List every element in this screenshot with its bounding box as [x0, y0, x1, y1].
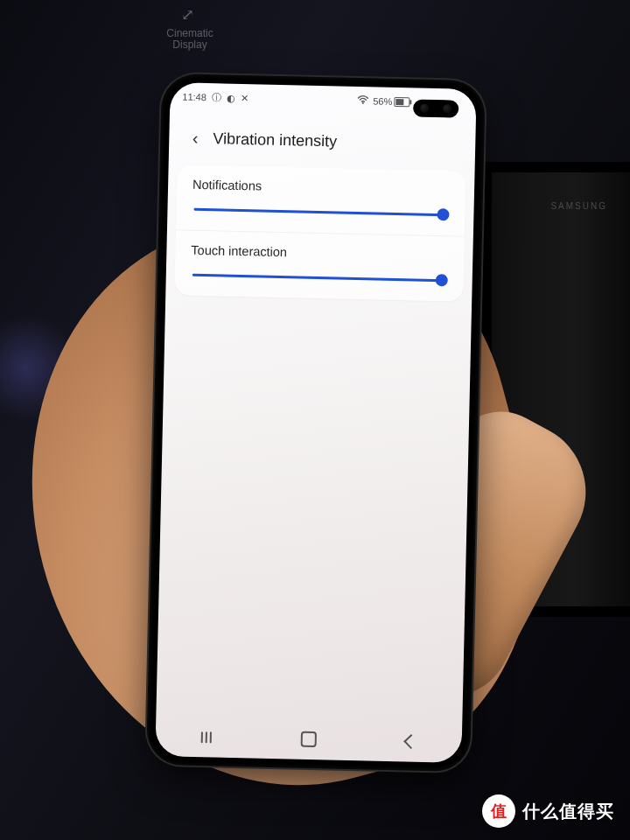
page-header: ‹ Vibration intensity — [169, 117, 476, 164]
setting-label: Notifications — [192, 178, 450, 198]
tablet-logo: SAMSUNG — [550, 201, 607, 211]
touch-interaction-slider[interactable] — [191, 268, 448, 288]
battery-indicator: 56% — [373, 95, 410, 107]
booth-sign-line2: Display — [172, 38, 206, 51]
status-info-icon: ⓘ — [212, 91, 221, 104]
booth-sign-line1: Cinematic — [166, 27, 213, 39]
page-title: Vibration intensity — [213, 130, 337, 150]
status-sync-icon: ◐ — [227, 92, 235, 103]
setting-notifications: Notifications — [176, 164, 466, 235]
recents-icon — [201, 732, 212, 743]
setting-label: Touch interaction — [191, 243, 448, 263]
watermark-text: 什么值得买 — [522, 800, 614, 823]
booth-sign: ⤢ Cinematic Display — [133, 7, 247, 51]
chevron-left-icon — [403, 734, 418, 749]
battery-icon — [394, 96, 410, 106]
camera-cutout — [413, 99, 458, 117]
slider-track — [192, 274, 444, 282]
status-left: 11:48 ⓘ ◐ ✕ — [182, 90, 248, 105]
slider-track — [193, 208, 445, 216]
nav-back-button[interactable] — [384, 724, 438, 760]
background-tablet — [481, 162, 630, 617]
watermark: 值 什么值得买 — [482, 794, 614, 828]
watermark-badge: 值 — [482, 794, 515, 828]
svg-point-0 — [362, 102, 364, 104]
battery-pct: 56% — [373, 95, 392, 106]
chevron-left-icon: ‹ — [192, 128, 199, 148]
home-icon — [301, 732, 317, 747]
status-time: 11:48 — [182, 91, 206, 102]
navigation-bar — [155, 716, 462, 763]
back-button[interactable]: ‹ — [181, 123, 210, 152]
expand-icon: ⤢ — [133, 7, 247, 24]
phone-frame: 11:48 ⓘ ◐ ✕ 56% — [146, 74, 486, 772]
status-right: 56% — [357, 95, 410, 107]
status-close-icon: ✕ — [241, 92, 248, 103]
phone-screen: 11:48 ⓘ ◐ ✕ 56% — [155, 82, 476, 763]
home-button[interactable] — [282, 721, 335, 757]
recents-button[interactable] — [180, 719, 234, 755]
setting-touch-interaction: Touch interaction — [174, 229, 465, 301]
notifications-slider[interactable] — [192, 202, 449, 222]
wifi-icon — [357, 95, 368, 106]
slider-thumb[interactable] — [437, 208, 449, 220]
settings-card: Notifications Touch interaction — [174, 164, 466, 301]
slider-thumb[interactable] — [436, 274, 448, 286]
